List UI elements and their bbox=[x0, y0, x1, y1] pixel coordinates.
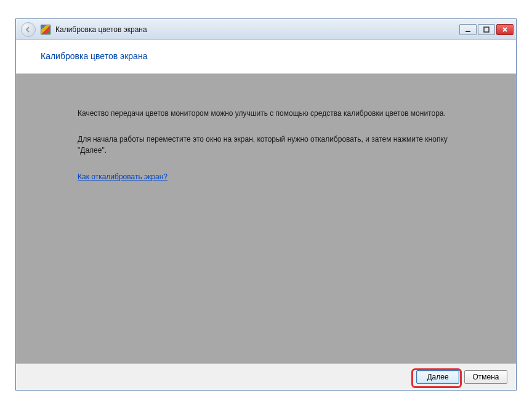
footer-area: Далее Отмена bbox=[16, 363, 516, 390]
next-button[interactable]: Далее bbox=[416, 370, 459, 384]
svg-rect-1 bbox=[484, 27, 489, 32]
minimize-button[interactable] bbox=[459, 24, 477, 35]
header-area: Калибровка цветов экрана bbox=[16, 40, 516, 74]
intro-paragraph-1: Качество передачи цветов монитором можно… bbox=[78, 108, 454, 119]
titlebar-left: Калибровка цветов экрана bbox=[21, 22, 147, 37]
window-controls bbox=[459, 24, 514, 35]
maximize-button[interactable] bbox=[478, 24, 495, 35]
titlebar: Калибровка цветов экрана bbox=[16, 19, 516, 40]
content-area: Качество передачи цветов монитором можно… bbox=[16, 74, 516, 363]
close-button[interactable] bbox=[496, 24, 514, 35]
back-button[interactable] bbox=[21, 22, 36, 37]
page-title: Калибровка цветов экрана bbox=[41, 51, 491, 61]
window-title: Калибровка цветов экрана bbox=[55, 25, 147, 34]
wizard-window: Калибровка цветов экрана Калибровка цвет… bbox=[15, 18, 517, 391]
intro-paragraph-2: Для начала работы переместите это окно н… bbox=[78, 134, 454, 156]
cancel-button[interactable]: Отмена bbox=[464, 370, 507, 384]
svg-rect-0 bbox=[465, 31, 470, 32]
help-link[interactable]: Как откалибровать экран? bbox=[78, 172, 167, 181]
app-icon bbox=[41, 25, 50, 34]
